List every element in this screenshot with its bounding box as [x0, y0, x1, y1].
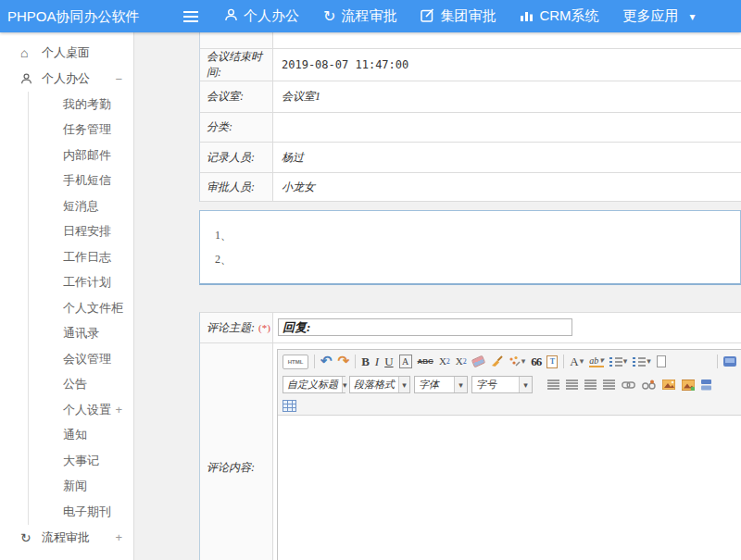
main-content: 会议结束时间: 2019-08-07 11:47:00 会议室: 会议室1 分类… [134, 32, 741, 560]
select-value: 自定义标题 [283, 378, 342, 392]
sidebar-item-label: 工作日志 [63, 249, 111, 266]
nav-item-crm[interactable]: CRM系统 [520, 7, 598, 25]
editor-toolbar-row-1: HTML ↶ ↷ B I U A ABC X2 X2 [278, 350, 741, 373]
paragraph-format-select[interactable]: 段落格式 ▾ [349, 376, 410, 393]
sidebar-item-short-message[interactable]: 短消息 [29, 193, 133, 219]
link-icon[interactable] [622, 381, 635, 389]
subscript-base: X [456, 356, 463, 367]
bold-button[interactable]: B [361, 355, 370, 367]
sidebar-item-memorabilia[interactable]: 大事记 [29, 448, 133, 474]
sidebar-item-label: 短消息 [63, 198, 99, 215]
sidebar-item-announcement[interactable]: 公告 [29, 372, 133, 398]
eraser-icon[interactable] [471, 355, 486, 368]
ordered-list-button[interactable]: ▾ [609, 356, 628, 367]
upload-image-icon[interactable] [682, 380, 695, 391]
sidebar-item-label: 内部邮件 [63, 147, 111, 164]
italic-button[interactable]: I [375, 355, 379, 367]
nav-item-more-apps[interactable]: 更多应用 ▾ [623, 7, 696, 25]
app-title: PHPOA协同办公软件 [7, 0, 140, 32]
undo-button[interactable]: ↶ [320, 355, 333, 368]
row-value-cell [273, 313, 741, 342]
strikethrough-button[interactable]: ABC [418, 357, 433, 366]
chevron-down-icon: ▾ [599, 356, 604, 365]
fullscreen-icon[interactable] [723, 356, 736, 367]
align-left-icon[interactable] [547, 380, 559, 390]
sidebar-item-contacts[interactable]: 通讯录 [29, 321, 133, 347]
heading-style-select[interactable]: 自定义标题 ▾ [283, 376, 345, 393]
insert-table-icon[interactable] [283, 400, 296, 412]
align-justify-icon[interactable] [603, 380, 615, 390]
nav-item-personal-office[interactable]: 个人办公 [224, 7, 299, 25]
font-color-button[interactable]: A▾ [570, 355, 584, 367]
sidebar-item-personal-files[interactable]: 个人文件柜 [29, 295, 133, 321]
redo-button[interactable]: ↷ [338, 355, 350, 368]
sidebar-item-label: 大事记 [63, 453, 99, 469]
paste-word-letter: T [550, 357, 555, 366]
sidebar-item-workflow-approval[interactable]: ↻ 流程审批 + [0, 525, 133, 551]
html-source-button[interactable]: HTML [283, 355, 308, 369]
highlight-color-button[interactable]: ab▾ [589, 356, 604, 367]
sidebar-item-label: 电子期刊 [63, 504, 111, 520]
toolbar-separator [314, 355, 315, 368]
paste-from-word-icon[interactable]: T [546, 355, 558, 368]
sidebar-item-personal-desktop[interactable]: ⌂ 个人桌面 [0, 40, 133, 66]
nav-item-label: 流程审批 [341, 7, 396, 25]
unlink-icon[interactable] [642, 380, 656, 390]
unordered-list-button[interactable]: ▾ [633, 356, 651, 367]
chevron-down-icon: ▾ [521, 357, 526, 366]
collapse-icon[interactable]: − [115, 72, 122, 86]
sidebar-item-label: 流程审批 [42, 529, 90, 546]
meeting-summary-box: 1、 2、 [199, 210, 741, 285]
row-label: 会议室: [200, 81, 273, 112]
select-value: 字体 [415, 378, 443, 392]
summary-line-1: 1、 [215, 228, 740, 243]
sidebar-item-internal-mail[interactable]: 内部邮件 [29, 143, 133, 168]
sidebar-item-schedule[interactable]: 日程安排 [29, 219, 133, 245]
expand-icon[interactable]: + [115, 403, 122, 417]
sidebar-item-mobile-sms[interactable]: 手机短信 [29, 168, 133, 194]
chevron-down-icon: ▾ [519, 377, 532, 392]
format-brush-icon[interactable] [490, 355, 503, 367]
blockquote-button[interactable]: 66 [531, 355, 541, 367]
sidebar-item-news[interactable]: 新闻 [29, 474, 133, 500]
comment-subject-input[interactable] [278, 318, 572, 336]
new-page-icon[interactable] [657, 355, 666, 367]
nav-item-group-approval[interactable]: 集团审批 [421, 7, 496, 25]
align-center-icon[interactable] [566, 380, 578, 390]
subscript-mark: 2 [463, 358, 467, 366]
insert-image-icon[interactable] [662, 380, 675, 390]
underline-button[interactable]: U [384, 355, 393, 367]
editor-content-area[interactable] [278, 416, 741, 560]
sidebar-item-label: 任务管理 [63, 121, 111, 138]
quick-format-icon[interactable]: ▾ [509, 355, 526, 367]
align-right-icon[interactable] [584, 380, 597, 390]
sidebar-item-task-management[interactable]: 任务管理 [29, 118, 133, 143]
hamburger-menu-icon[interactable] [183, 11, 198, 22]
row-comment-content: 评论内容: HTML ↶ ↷ B I U A ABC [200, 343, 741, 560]
sidebar-item-attendance[interactable]: 我的考勤 [29, 92, 133, 118]
sidebar-item-personal-office[interactable]: 个人办公 − [0, 66, 133, 92]
sidebar-item-label: 手机短信 [63, 172, 111, 189]
font-size-select[interactable]: 字号 ▾ [471, 376, 533, 393]
superscript-button[interactable]: X2 [439, 356, 450, 367]
row-label: 分类: [200, 113, 273, 142]
home-icon: ⌂ [20, 45, 37, 60]
font-family-select[interactable]: 字体 ▾ [414, 376, 468, 393]
expand-icon[interactable]: + [115, 530, 122, 544]
meeting-detail-table: 会议结束时间: 2019-08-07 11:47:00 会议室: 会议室1 分类… [199, 32, 741, 202]
nav-item-workflow-approval[interactable]: ↻ 流程审批 [323, 7, 396, 25]
sidebar-item-meeting-management[interactable]: 会议管理 [29, 346, 133, 372]
sidebar-item-work-plan[interactable]: 工作计划 [29, 270, 133, 296]
insert-media-icon[interactable] [701, 380, 711, 391]
row-value-cell: HTML ↶ ↷ B I U A ABC X2 X2 [273, 343, 741, 560]
subscript-button[interactable]: X2 [456, 356, 467, 367]
sidebar-item-work-log[interactable]: 工作日志 [29, 244, 133, 270]
bar-chart-icon [520, 8, 534, 24]
sidebar-item-e-journal[interactable]: 电子期刊 [29, 499, 133, 525]
remove-format-button[interactable]: A [399, 355, 412, 368]
sidebar-item-personal-settings[interactable]: 个人设置 + [29, 397, 133, 423]
row-value: 会议室1 [273, 81, 741, 112]
toolbar-separator [563, 355, 564, 368]
sidebar-item-label: 个人桌面 [42, 44, 90, 61]
sidebar-item-notification[interactable]: 通知 [29, 423, 133, 449]
